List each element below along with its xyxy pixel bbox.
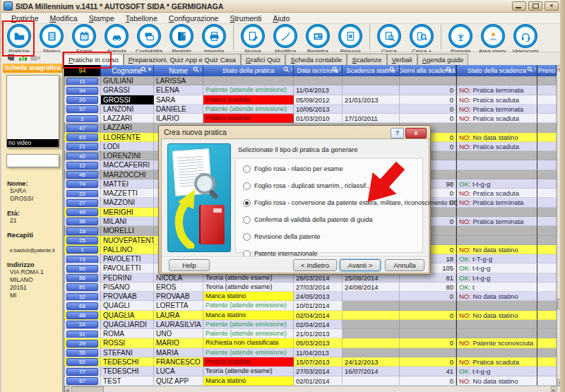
scroll-left-icon[interactable]: ◄ (64, 386, 70, 392)
column-header-scadenza-statino[interactable]: Scadenza statino ↕ (343, 65, 400, 76)
tab-preparazioni-quiz-app-e-quiz-casa[interactable]: Preparazioni, Quiz App e Quiz Casa (124, 54, 241, 65)
cell-cognome: GRASSI (101, 85, 154, 95)
cell-cognome: PROVAAB (101, 292, 154, 301)
table-row[interactable]: 37 LANZONI DANIELE Patente (attende emis… (64, 105, 557, 114)
menu-item-strumenti[interactable]: Strumenti (224, 14, 267, 23)
cell-stato-pratica: Pratica scaduta (203, 114, 294, 123)
tab-verbali[interactable]: Verbali (387, 54, 417, 65)
cell-nome: DANIELE (154, 105, 203, 114)
tab-grafici-quiz[interactable]: Grafici Quiz (241, 54, 286, 65)
radio-option-3[interactable]: Foglio rosa - conversione da patente est… (243, 198, 458, 207)
radio-option-5[interactable]: Revisione della patente (243, 232, 321, 241)
photo-control-box[interactable] (6, 154, 59, 167)
menu-item-aiuto[interactable]: Aiuto (267, 14, 295, 23)
cell-stato-scadenza: NO: Pratica scaduta (456, 357, 537, 367)
tab-scheda-contabile[interactable]: Scheda contabile (285, 54, 347, 65)
horizontal-scroll-thumb[interactable] (71, 386, 104, 392)
close-button[interactable]: x (545, 1, 559, 11)
search-sort-icon[interactable]: ↕ (283, 66, 292, 73)
toolbar-button-cerca[interactable]: Cerca (373, 24, 405, 54)
indietro-button[interactable]: < Indietro (293, 259, 337, 271)
row-number-badge: 77 (66, 368, 98, 376)
table-row[interactable]: 68 QUAGLI LORETTA Patente (attende emiss… (64, 301, 557, 310)
table-row[interactable]: 81 PISANO EROS Teoria (attende esame) 27… (64, 283, 557, 292)
toolbar-button-nuova[interactable]: Nuova (237, 24, 269, 54)
column-header-stato-della-scadenza[interactable]: Stato della scadenza ↕ (456, 65, 537, 76)
field-value: SARA (7, 187, 61, 195)
table-row[interactable]: 29 ROSSI MARIO Richiesta non classificat… (64, 338, 557, 348)
column-header-nome[interactable]: Nome ↕ (154, 65, 203, 76)
toolbar-button-registri[interactable]: Registri (165, 24, 198, 54)
cell-row-number: 52 (64, 357, 101, 367)
toolbar-button-agenda[interactable]: Agenda (100, 24, 133, 54)
table-row[interactable]: 31 ROMA UNO Patente (attende emissione) … (64, 329, 557, 338)
toolbar-button-esami[interactable]: 21 Esami (68, 24, 100, 54)
column-header-data-iscrizione[interactable]: Data iscrizione ↕ (294, 65, 343, 76)
table-row[interactable]: 32 PROVAAB PROVAAB Manca statino 24/05/2… (64, 292, 557, 301)
radio-option-1[interactable]: Foglio rosa - rilascio per esame (243, 165, 343, 173)
table-row[interactable]: 20 GROSSI SARA Pratica scaduta 05/09/201… (64, 95, 557, 105)
toolbar-button-cerca[interactable]: Cerca + (405, 24, 438, 54)
minimize-button[interactable] (512, 1, 526, 11)
radio-icon[interactable] (243, 182, 251, 190)
menu-item-stampe[interactable]: Stampe (83, 14, 120, 23)
cell-row-number: 11 (64, 76, 101, 85)
table-row[interactable]: 11 GIULIANI LARISSA (64, 76, 557, 85)
column-header-giorni-alla-scadenza[interactable]: Giorni alla scadenza ↕ (400, 65, 456, 76)
table-row[interactable]: 2 LAZZARI ILARIO Pratica scaduta 01/03/2… (64, 114, 557, 123)
flag-no: NO: (459, 218, 471, 225)
annulla-button[interactable]: Annulla (385, 259, 424, 271)
dialog-help-icon[interactable]: ? (391, 128, 404, 138)
cell-row-number: 35 (64, 348, 101, 357)
radio-icon[interactable] (243, 199, 251, 207)
cell-preno (537, 348, 557, 357)
cell-giorni-scadenza (400, 329, 456, 338)
avanti-button[interactable]: Avanti > (340, 259, 381, 271)
column-header-preno[interactable]: Preno (537, 65, 557, 76)
row-number-badge: 46 (66, 171, 98, 179)
crea-nuova-pratica-dialog: Crea nuova pratica ? x Selezionate il ti… (158, 125, 431, 275)
table-row[interactable]: 77 TEDESCHI LUCA Teoria (attende esame) … (64, 367, 557, 376)
toolbar-button-modifica[interactable]: Modifica (269, 24, 302, 54)
toolbar-button-contabilit[interactable]: Contabilità (133, 24, 165, 54)
radio-icon[interactable] (243, 216, 251, 224)
antenna-icon (449, 25, 472, 47)
toolbar-button-videocorsi[interactable]: Videocorsi (509, 24, 542, 54)
tab-agenda-guide[interactable]: Agenda guide (417, 54, 469, 65)
grid-header: 94 Cognome ▼ Nome ↕ Stato della pratica … (64, 65, 557, 76)
toolbar-button-prenota[interactable]: Prenota (444, 24, 477, 54)
maximize-button[interactable] (528, 1, 542, 11)
menu-item-tabellone[interactable]: Tabellone (120, 14, 163, 23)
search-sort-icon[interactable]: ↕ (389, 66, 398, 73)
dialog-close-icon[interactable]: x (405, 128, 427, 138)
svg-text:21: 21 (82, 35, 86, 39)
search-sort-icon[interactable]: ▼ (141, 66, 153, 73)
search-sort-icon[interactable]: ↕ (527, 66, 536, 73)
radio-icon[interactable] (243, 165, 251, 173)
tab-scadenze[interactable]: Scadenze (347, 54, 386, 65)
toolbar-button-imposta[interactable]: Imposta (198, 24, 230, 54)
search-sort-icon[interactable]: ↕ (193, 66, 202, 73)
table-row[interactable]: 67 TEST QUIZ APP Manca statino 02/01/201… (64, 376, 557, 386)
table-row[interactable]: 88 QUAGLIA LAURA Manca statino 02/04/201… (64, 311, 557, 320)
radio-icon[interactable] (243, 233, 251, 241)
help-button[interactable]: Help (169, 259, 210, 271)
toolbar-button-storico[interactable]: Storico (35, 24, 68, 54)
menu-item-modifica[interactable]: Modifica (44, 14, 83, 23)
search-sort-icon[interactable]: ↕ (446, 66, 455, 73)
toolbar-separator (233, 25, 234, 50)
table-row[interactable]: 35 STEFANI MARIA Patente (attende emissi… (64, 348, 557, 357)
cell-row-number: 49 (64, 208, 101, 217)
table-row[interactable]: 52 TEDESCHI FRANCESCO Pratica scaduta 15… (64, 357, 557, 367)
menu-item-configurazione[interactable]: Configurazione (163, 14, 225, 23)
toolbar-button-area-riserv[interactable]: Area riserv. (477, 24, 509, 54)
toolbar-button-rimuovi[interactable]: Rimuovi (334, 24, 367, 54)
search-sort-icon[interactable]: ↕ (332, 66, 341, 73)
radio-option-4[interactable]: Conferma di validità della patente di gu… (243, 215, 373, 224)
toolbar-button-registra[interactable]: Registra (302, 24, 334, 54)
table-row[interactable]: 24 QUAGLIARDI LAURASILVIA Patente (atten… (64, 320, 557, 329)
table-row[interactable]: 34 GRASSI ELENA Patente (attende emissio… (64, 85, 557, 95)
scroll-right-icon[interactable]: ► (551, 386, 557, 392)
horizontal-scrollbar[interactable]: ◄ ► (64, 386, 562, 392)
column-header-stato-della-pratica[interactable]: Stato della pratica ↕ (203, 65, 294, 76)
